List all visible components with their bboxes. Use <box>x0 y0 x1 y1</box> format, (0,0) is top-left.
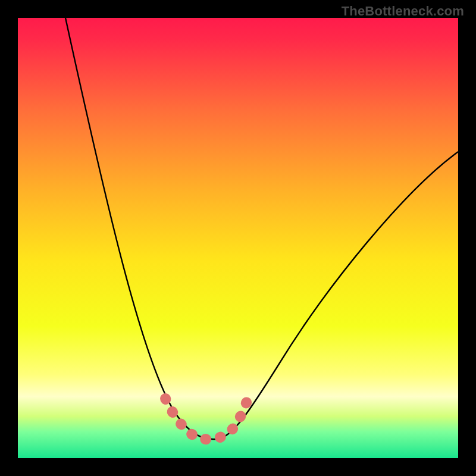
watermark: TheBottleneck.com <box>342 4 464 19</box>
chart-frame: TheBottleneck.com <box>0 0 476 476</box>
plot-area <box>18 18 458 458</box>
chart-background <box>18 18 458 458</box>
chart-svg <box>18 18 458 458</box>
